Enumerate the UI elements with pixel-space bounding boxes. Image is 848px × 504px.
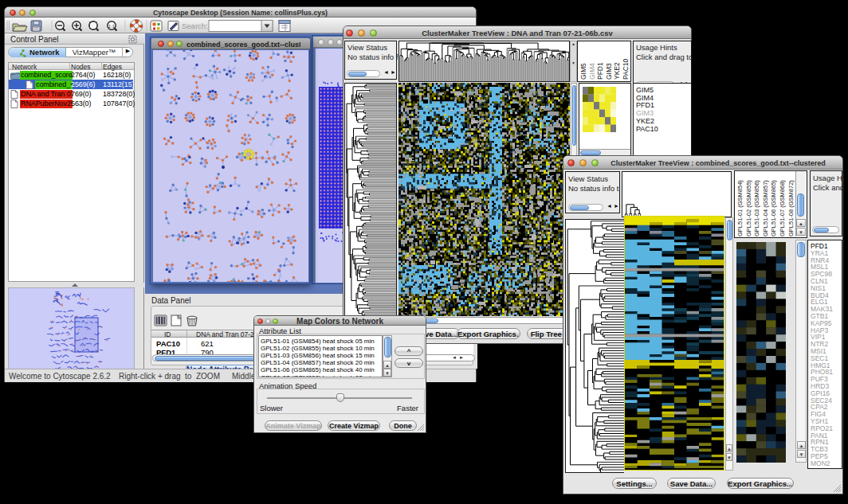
svg-text:Search:: Search:: [182, 21, 208, 30]
svg-text:1:1: 1:1: [108, 24, 116, 29]
